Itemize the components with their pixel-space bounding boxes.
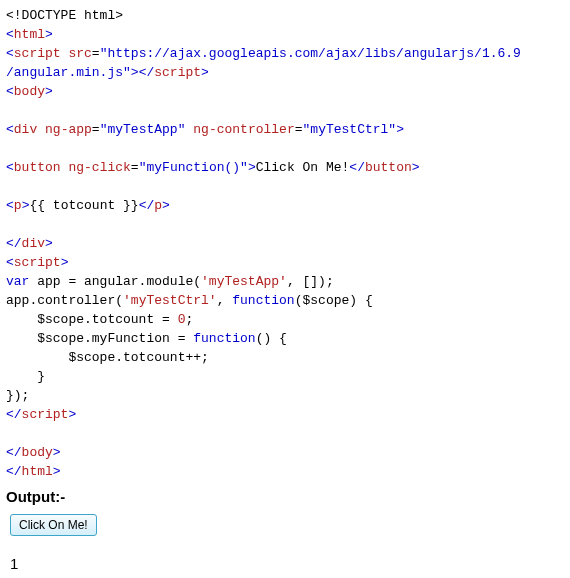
code-token: < [6, 27, 14, 42]
code-token: ng-app [45, 122, 92, 137]
code-token: p [14, 198, 22, 213]
code-token: > [412, 160, 420, 175]
code-token: ; [185, 312, 193, 327]
code-token: "myTestCtrl" [303, 122, 397, 137]
count-value: 1 [10, 554, 564, 573]
output-label: Output:- [6, 487, 564, 506]
code-token: $scope.myFunction = [6, 331, 193, 346]
code-token: > [53, 445, 61, 460]
code-token: > [131, 65, 139, 80]
code-token: > [248, 160, 256, 175]
code-token: </ [349, 160, 365, 175]
code-token: app = angular.module( [29, 274, 201, 289]
demo-area: Click On Me! 1 [6, 514, 564, 573]
code-token: {{ totcount }} [29, 198, 138, 213]
code-token: function [193, 331, 255, 346]
code-token: > [396, 122, 404, 137]
code-block: <!DOCTYPE html> <html> <script src="http… [6, 6, 564, 481]
code-token: > [45, 27, 53, 42]
code-token: html [14, 27, 45, 42]
code-token: 'myTestApp' [201, 274, 287, 289]
code-line: <!DOCTYPE html> [6, 8, 123, 23]
code-token: script [22, 407, 69, 422]
code-token: src [68, 46, 91, 61]
code-token: } [6, 369, 45, 384]
code-token: < [6, 122, 14, 137]
code-token: , []); [287, 274, 334, 289]
code-token: /angular.min.js" [6, 65, 131, 80]
code-token: > [61, 255, 69, 270]
code-token: < [6, 198, 14, 213]
code-token: < [6, 255, 14, 270]
code-token: button [14, 160, 61, 175]
code-token: < [6, 84, 14, 99]
code-token: p [154, 198, 162, 213]
code-token: ($scope) { [295, 293, 373, 308]
code-token: </ [6, 407, 22, 422]
code-token: div [22, 236, 45, 251]
code-token: $scope.totcount = [6, 312, 178, 327]
code-token: script [154, 65, 201, 80]
code-token: "myFunction()" [139, 160, 248, 175]
code-token: > [45, 84, 53, 99]
code-token: function [232, 293, 294, 308]
code-token: </ [6, 236, 22, 251]
code-token: > [162, 198, 170, 213]
code-token: app.controller( [6, 293, 123, 308]
code-token: }); [6, 388, 29, 403]
code-token: </ [139, 65, 155, 80]
code-token: Click On Me! [256, 160, 350, 175]
code-token: < [6, 46, 14, 61]
code-token: 'myTestCtrl' [123, 293, 217, 308]
code-token: </ [6, 464, 22, 479]
code-token: button [365, 160, 412, 175]
code-token: > [53, 464, 61, 479]
code-token: script [14, 46, 61, 61]
code-token: body [22, 445, 53, 460]
code-token: </ [139, 198, 155, 213]
code-token: script [14, 255, 61, 270]
code-token: ng-controller [193, 122, 294, 137]
code-token: "https://ajax.googleapis.com/ajax/libs/a… [100, 46, 521, 61]
click-on-me-button[interactable]: Click On Me! [10, 514, 97, 536]
code-token: html [22, 464, 53, 479]
code-token: "myTestApp" [100, 122, 186, 137]
code-token: < [6, 160, 14, 175]
code-token: > [45, 236, 53, 251]
code-token: var [6, 274, 29, 289]
code-token: ng-click [68, 160, 130, 175]
code-token: div [14, 122, 37, 137]
code-token: $scope.totcount++; [6, 350, 209, 365]
code-token: body [14, 84, 45, 99]
code-token: > [68, 407, 76, 422]
code-token: () { [256, 331, 287, 346]
code-token: </ [6, 445, 22, 460]
code-token: > [201, 65, 209, 80]
code-token: , [217, 293, 233, 308]
